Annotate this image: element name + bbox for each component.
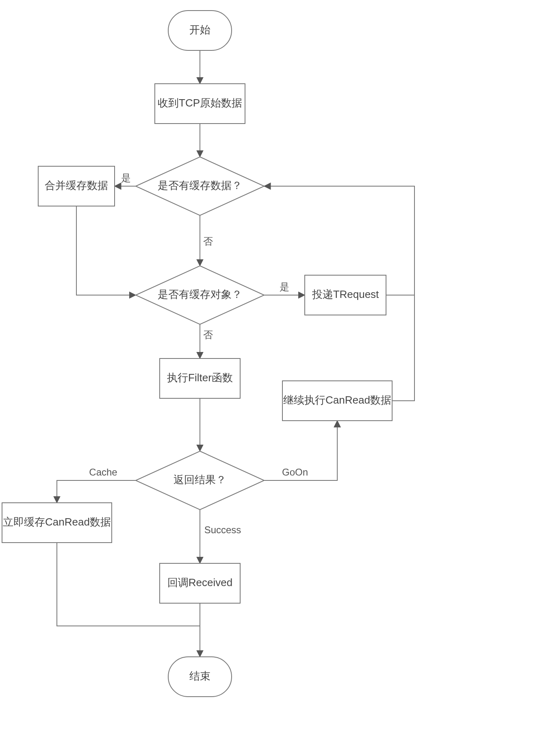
node-cache-canread: 立即缓存CanRead数据 xyxy=(2,503,112,543)
edge-cachedata-no-label: 否 xyxy=(203,236,213,247)
node-has-cache-data-label: 是否有缓存数据？ xyxy=(158,179,242,191)
node-return-result: 返回结果？ xyxy=(136,451,264,510)
node-exec-filter: 执行Filter函数 xyxy=(160,358,240,398)
node-end: 结束 xyxy=(168,657,232,697)
node-start: 开始 xyxy=(168,11,232,50)
edge-cacheobj-no-label: 否 xyxy=(203,329,213,340)
node-has-cache-obj: 是否有缓存对象？ xyxy=(136,266,264,324)
node-has-cache-obj-label: 是否有缓存对象？ xyxy=(158,288,242,300)
node-exec-filter-label: 执行Filter函数 xyxy=(167,371,233,384)
edge-goon-to-cachedata xyxy=(392,295,414,401)
edge-merge-to-cacheobj xyxy=(76,206,136,295)
node-goon-canread: 继续执行CanRead数据 xyxy=(282,381,392,421)
edge-cachedata-yes-label: 是 xyxy=(121,172,131,183)
node-merge-cache: 合并缓存数据 xyxy=(38,166,115,206)
node-cb-received-label: 回调Received xyxy=(167,576,232,589)
edge-result-goon-label: GoOn xyxy=(282,467,308,478)
edge-cacheobj-yes-label: 是 xyxy=(280,281,289,292)
edge-result-cache xyxy=(57,480,136,503)
edge-result-success-label: Success xyxy=(204,524,241,535)
node-merge-cache-label: 合并缓存数据 xyxy=(45,179,108,191)
node-cache-canread-label: 立即缓存CanRead数据 xyxy=(3,516,111,528)
node-end-label: 结束 xyxy=(189,670,210,682)
node-deliver-treq: 投递TRequest xyxy=(305,275,386,315)
node-goon-canread-label: 继续执行CanRead数据 xyxy=(283,394,391,406)
node-has-cache-data: 是否有缓存数据？ xyxy=(136,157,264,215)
node-recv-tcp: 收到TCP原始数据 xyxy=(155,84,245,124)
node-start-label: 开始 xyxy=(189,24,210,36)
edge-result-cache-label: Cache xyxy=(89,467,117,478)
node-return-result-label: 返回结果？ xyxy=(174,474,226,486)
node-recv-tcp-label: 收到TCP原始数据 xyxy=(158,97,242,109)
node-cb-received: 回调Received xyxy=(160,563,240,603)
node-deliver-treq-label: 投递TRequest xyxy=(312,288,379,300)
